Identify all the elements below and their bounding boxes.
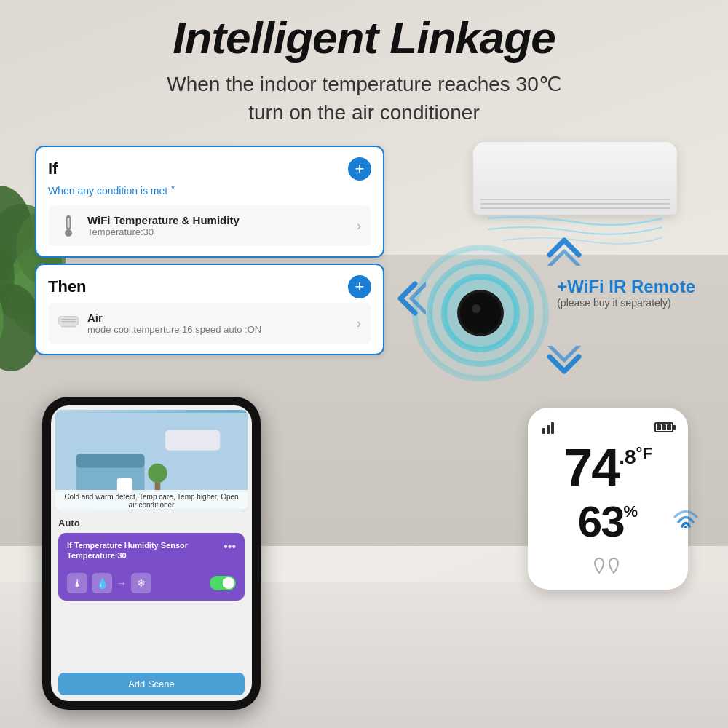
svg-point-8 (65, 229, 72, 237)
if-item-sub: Temperature:30 (87, 226, 240, 237)
if-item-name: WiFi Temperature & Humidity (87, 214, 240, 226)
sensor-mini-icon: 🌡 (67, 573, 87, 593)
phone-notch (130, 397, 173, 404)
if-item-chevron: › (357, 218, 361, 234)
humidity-drop-icon (593, 553, 622, 579)
phone-screen: Cold and warm detect, Temp care, Temp hi… (51, 405, 252, 701)
add-scene-button[interactable]: Add Scene (58, 673, 245, 695)
svg-rect-11 (61, 326, 76, 328)
phone-mockup: Cold and warm detect, Temp care, Temp hi… (42, 397, 261, 710)
temp-reading: 74 .8 °F (563, 441, 652, 494)
subtitle-line1: When the indoor temperature reaches 30℃ (167, 73, 561, 95)
toggle-switch[interactable] (210, 576, 236, 590)
temp-mini-icon: 💧 (92, 573, 112, 593)
phone-content: Auto If Temperature Humidity Sensor Temp… (51, 512, 252, 667)
humidity-value: 63 (578, 496, 624, 547)
ir-remote-label: +WiFi IR Remote (557, 277, 695, 297)
humidity-reading: 63 % (578, 496, 638, 547)
svg-rect-9 (68, 218, 70, 228)
arrow-icon: → (116, 577, 127, 589)
temp-humidity-sensor: 74 .8 °F 63 % (528, 408, 688, 590)
blue-arrows-bottom-right (542, 346, 586, 389)
svg-point-27 (684, 526, 688, 529)
humidity-unit: % (624, 502, 638, 521)
if-card-title: If (48, 159, 58, 178)
then-action-row[interactable]: Air mode cool,temperture 16,speed auto :… (48, 303, 371, 344)
then-card-title: Then (48, 277, 87, 296)
page-title: Intelligent Linkage (0, 13, 728, 63)
phone-image-area: Cold and warm detect, Temp care, Temp hi… (55, 410, 248, 512)
automation-card: If Temperature Humidity Sensor Temperatu… (58, 533, 245, 601)
if-add-button[interactable]: + (348, 157, 371, 181)
if-condition-row[interactable]: WiFi Temperature & Humidity Temperature:… (48, 205, 371, 246)
wifi-signal-icon (671, 502, 700, 531)
automation-icons-row: 🌡 💧 → ❄ (67, 573, 236, 593)
more-options-icon[interactable]: ••• (223, 540, 236, 553)
blue-arrows-top-right (542, 226, 586, 269)
sensor-body: 74 .8 °F 63 % (528, 408, 688, 590)
svg-rect-17 (165, 430, 220, 451)
if-card: If + When any condition is met ˅ WiFi Te… (35, 146, 384, 258)
signal-bars-icon (542, 422, 554, 434)
thermometer-icon (58, 215, 79, 236)
ac-mini-icon: ❄ (131, 573, 151, 593)
subtitle-line2: turn on the air conditioner (248, 101, 480, 124)
temp-decimal: .8 (619, 447, 636, 467)
svg-rect-10 (59, 317, 78, 325)
auto-label: Auto (58, 518, 245, 529)
header: Intelligent Linkage When the indoor temp… (0, 13, 728, 127)
automation-card-title: If Temperature Humidity Sensor Temperatu… (67, 540, 188, 561)
ir-glow-area (408, 240, 553, 389)
condition-text: When any condition is met (48, 185, 167, 197)
chevron-down-icon: ˅ (170, 185, 175, 197)
subtitle: When the indoor temperature reaches 30℃ … (0, 70, 728, 127)
then-item-sub: mode cool,temperture 16,speed auto :ON (87, 324, 261, 335)
blue-arrows-left (386, 277, 426, 323)
ir-remote-sublabel: (please buy it separately) (557, 297, 695, 309)
ac-unit: 28° (473, 142, 677, 215)
then-add-button[interactable]: + (348, 275, 371, 298)
svg-point-25 (460, 293, 501, 333)
air-conditioner-icon (58, 313, 79, 333)
svg-rect-16 (76, 454, 144, 468)
ac-body: 28° (473, 142, 677, 215)
then-item-chevron: › (357, 316, 361, 331)
then-item-name: Air (87, 312, 261, 324)
automation-panel: If + When any condition is met ˅ WiFi Te… (35, 146, 384, 361)
svg-point-26 (472, 304, 480, 313)
svg-point-19 (148, 464, 167, 483)
sensor-status-row (542, 422, 673, 434)
temp-value: 74 (563, 441, 619, 494)
phone-caption: Cold and warm detect, Temp care, Temp hi… (55, 490, 248, 512)
battery-icon (654, 422, 673, 432)
condition-label: When any condition is met ˅ (48, 185, 371, 197)
temp-unit: °F (636, 446, 652, 462)
wifi-ir-label-area: +WiFi IR Remote (please buy it separatel… (557, 277, 695, 309)
then-card: Then + Air mode cool,temperture 16,speed… (35, 264, 384, 355)
